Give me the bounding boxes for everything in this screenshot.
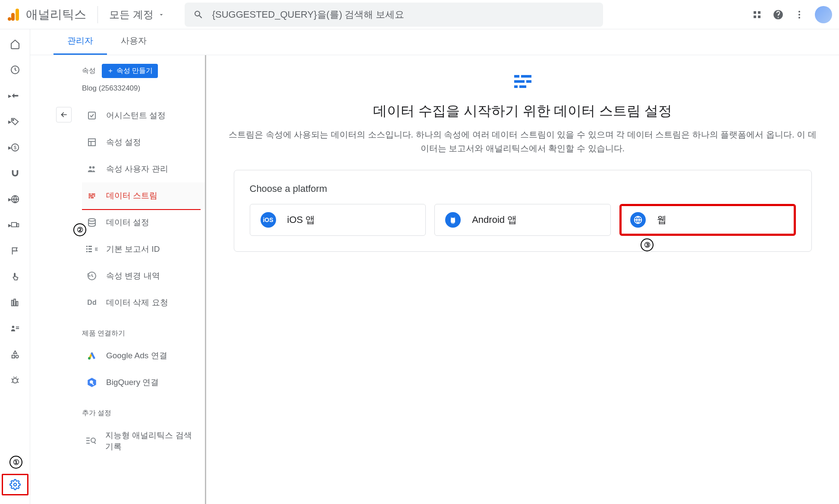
plus-icon: ＋ bbox=[107, 66, 114, 75]
extra-label: 지능형 애널리틱스 검색 기록 bbox=[105, 430, 201, 452]
main-pane: 데이터 수집을 시작하기 위한 데이터 스트림 설정 스트림은 속성에 사용되는… bbox=[206, 55, 839, 504]
menu-label: 기본 보고서 ID bbox=[106, 244, 160, 255]
header-actions bbox=[752, 6, 832, 23]
svg-point-41 bbox=[88, 357, 91, 360]
account-selector-label: 모든 계정 bbox=[109, 8, 154, 22]
svg-text:$: $ bbox=[13, 145, 16, 150]
svg-rect-46 bbox=[86, 443, 90, 444]
menu-report-id[interactable]: ID 기본 보고서 ID bbox=[82, 236, 205, 263]
home-icon[interactable] bbox=[9, 38, 21, 50]
dd-icon: Dd bbox=[86, 299, 97, 307]
svg-rect-15 bbox=[11, 222, 16, 227]
link-bigquery[interactable]: BigQuery 연결 bbox=[82, 369, 205, 396]
header-divider bbox=[97, 6, 98, 23]
layout-icon bbox=[86, 137, 97, 147]
svg-rect-28 bbox=[91, 194, 95, 195]
bug-icon[interactable] bbox=[9, 374, 21, 386]
svg-point-25 bbox=[89, 166, 92, 169]
library-icon[interactable] bbox=[9, 297, 21, 309]
product-linking-label: 제품 연결하기 bbox=[30, 316, 205, 342]
platform-android[interactable]: Android 앱 bbox=[434, 204, 611, 236]
svg-rect-38 bbox=[88, 248, 92, 250]
annotation-one: ① bbox=[9, 456, 22, 469]
apps-icon[interactable] bbox=[752, 9, 762, 20]
svg-point-42 bbox=[90, 380, 93, 384]
search-icon bbox=[193, 9, 204, 20]
realtime-icon[interactable] bbox=[9, 64, 21, 76]
svg-rect-48 bbox=[94, 442, 96, 444]
svg-rect-36 bbox=[86, 251, 88, 252]
platform-web[interactable]: 웹 bbox=[619, 204, 796, 236]
link-google-ads[interactable]: Google Ads 연결 bbox=[82, 342, 205, 369]
svg-point-21 bbox=[13, 378, 17, 383]
svg-point-8 bbox=[798, 14, 800, 16]
gear-icon[interactable] bbox=[9, 479, 21, 491]
platform-ios[interactable]: iOS iOS 앱 bbox=[250, 204, 426, 236]
svg-rect-19 bbox=[16, 301, 18, 306]
person-list-icon[interactable] bbox=[9, 322, 21, 335]
svg-rect-52 bbox=[526, 80, 531, 83]
svg-rect-39 bbox=[88, 251, 92, 252]
svg-point-2 bbox=[8, 17, 11, 21]
globe-icon[interactable]: ▶ bbox=[9, 193, 21, 205]
svg-rect-35 bbox=[86, 248, 88, 250]
menu-assistant[interactable]: 어시스턴트 설정 bbox=[82, 102, 205, 129]
link-label: BigQuery 연결 bbox=[106, 377, 159, 388]
search-list-icon bbox=[86, 437, 97, 445]
more-vert-icon[interactable] bbox=[794, 9, 804, 20]
menu-property-settings[interactable]: 속성 설정 bbox=[82, 129, 205, 156]
search-input[interactable] bbox=[212, 9, 594, 20]
svg-rect-30 bbox=[94, 195, 95, 197]
svg-rect-24 bbox=[88, 139, 95, 146]
menu-property-users[interactable]: 속성 사용자 관리 bbox=[82, 156, 205, 182]
menu-change-history[interactable]: 속성 변경 내역 bbox=[82, 263, 205, 289]
back-button[interactable] bbox=[56, 107, 72, 122]
help-icon[interactable] bbox=[773, 9, 784, 20]
bigquery-icon bbox=[86, 377, 97, 388]
create-property-button[interactable]: ＋ 속성 만들기 bbox=[102, 64, 158, 78]
google-ads-icon bbox=[86, 351, 97, 361]
settings-gear-highlight bbox=[2, 474, 28, 495]
svg-rect-1 bbox=[11, 13, 15, 21]
tab-admin[interactable]: 관리자 bbox=[53, 28, 107, 55]
svg-point-22 bbox=[13, 483, 16, 486]
account-selector[interactable]: 모든 계정 bbox=[105, 5, 169, 24]
svg-rect-45 bbox=[86, 440, 90, 441]
magnet-icon[interactable] bbox=[9, 167, 21, 179]
svg-rect-49 bbox=[514, 75, 519, 78]
devices-icon[interactable]: ▶ bbox=[9, 219, 21, 231]
svg-rect-16 bbox=[17, 224, 19, 227]
create-property-label: 속성 만들기 bbox=[116, 66, 153, 75]
monetization-icon[interactable]: ▶$ bbox=[9, 141, 21, 153]
svg-point-26 bbox=[92, 166, 95, 169]
extra-search-history[interactable]: 지능형 애널리틱스 검색 기록 bbox=[82, 422, 205, 460]
property-menu: 어시스턴트 설정 속성 설정 속성 사용자 관리 데이터 bbox=[30, 102, 205, 316]
property-name[interactable]: Blog (256332409) bbox=[30, 78, 205, 93]
svg-rect-31 bbox=[89, 197, 90, 198]
menu-data-settings[interactable]: 데이터 설정 bbox=[82, 209, 205, 236]
analytics-logo-icon bbox=[7, 8, 21, 22]
svg-rect-29 bbox=[89, 195, 93, 197]
menu-data-delete[interactable]: Dd 데이터 삭제 요청 bbox=[82, 289, 205, 316]
user-avatar[interactable] bbox=[815, 6, 832, 23]
tag-icon[interactable]: ▶ bbox=[9, 116, 21, 128]
tab-user[interactable]: 사용자 bbox=[107, 28, 160, 55]
lifecycle-icon[interactable]: ▶ bbox=[9, 90, 21, 102]
flag-icon[interactable] bbox=[9, 245, 21, 257]
menu-label: 속성 사용자 관리 bbox=[106, 163, 168, 175]
annotation-two: ② bbox=[73, 223, 86, 236]
users-icon bbox=[86, 164, 97, 174]
menu-data-streams[interactable]: 데이터 스트림 bbox=[82, 182, 205, 209]
platform-card: Choose a platform iOS iOS 앱 Android 앱 bbox=[234, 170, 812, 252]
search-box[interactable] bbox=[185, 3, 603, 27]
main-description: 스트림은 속성에 사용되는 데이터의 소스입니다. 하나의 속성에 여러 데이터… bbox=[228, 128, 817, 155]
shapes-icon[interactable] bbox=[9, 348, 21, 360]
property-section-label: 속성 bbox=[82, 66, 96, 75]
history-icon bbox=[86, 271, 97, 281]
platform-label: Android 앱 bbox=[472, 213, 517, 226]
svg-point-20 bbox=[12, 326, 14, 329]
product-logo[interactable]: 애널리틱스 bbox=[7, 6, 86, 23]
touch-icon[interactable] bbox=[9, 271, 21, 283]
svg-rect-54 bbox=[519, 85, 526, 88]
svg-rect-53 bbox=[514, 85, 518, 88]
